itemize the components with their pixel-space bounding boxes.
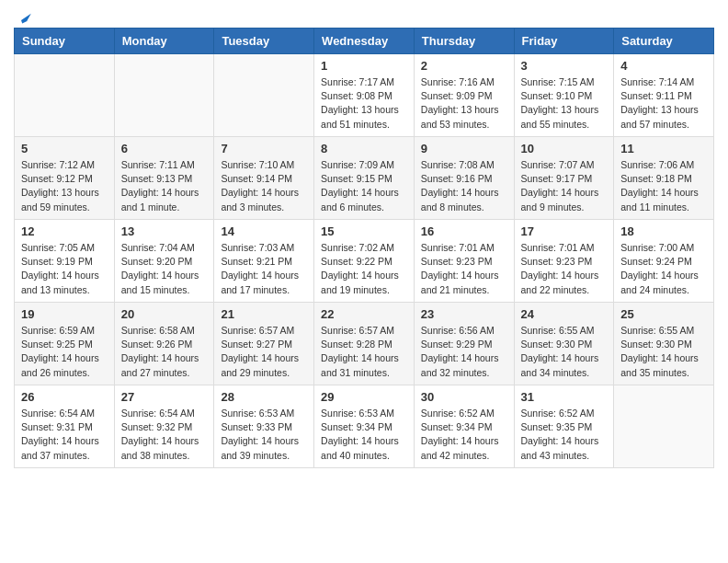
day-number: 4 — [620, 59, 707, 73]
day-number: 25 — [620, 307, 707, 321]
day-number: 19 — [21, 307, 108, 321]
day-info: Sunrise: 7:08 AMSunset: 9:16 PMDaylight:… — [421, 158, 507, 214]
day-info: Sunrise: 7:07 AMSunset: 9:17 PMDaylight:… — [521, 158, 608, 214]
calendar-day-cell: 30Sunrise: 6:52 AMSunset: 9:34 PMDayligh… — [414, 385, 514, 468]
calendar-day-cell: 4Sunrise: 7:14 AMSunset: 9:11 PMDaylight… — [614, 54, 714, 137]
calendar-day-cell: 9Sunrise: 7:08 AMSunset: 9:16 PMDaylight… — [414, 137, 514, 220]
day-number: 2 — [421, 59, 507, 73]
day-info: Sunrise: 7:02 AMSunset: 9:22 PMDaylight:… — [321, 241, 407, 297]
calendar-day-cell: 25Sunrise: 6:55 AMSunset: 9:30 PMDayligh… — [614, 303, 714, 385]
day-number: 15 — [321, 224, 407, 238]
column-header-monday: Monday — [114, 29, 214, 54]
day-info: Sunrise: 7:10 AMSunset: 9:14 PMDaylight:… — [221, 158, 307, 214]
calendar-day-cell: 2Sunrise: 7:16 AMSunset: 9:09 PMDaylight… — [414, 54, 514, 137]
calendar-day-cell — [614, 385, 714, 468]
calendar-day-cell: 23Sunrise: 6:56 AMSunset: 9:29 PMDayligh… — [414, 303, 514, 385]
column-header-sunday: Sunday — [15, 29, 115, 54]
day-number: 24 — [521, 307, 608, 321]
calendar-day-cell: 18Sunrise: 7:00 AMSunset: 9:24 PMDayligh… — [614, 220, 714, 303]
day-number: 21 — [221, 307, 307, 321]
svg-marker-0 — [21, 14, 31, 24]
logo — [14, 9, 32, 22]
day-number: 28 — [221, 390, 307, 404]
calendar-week-row: 1Sunrise: 7:17 AMSunset: 9:08 PMDaylight… — [15, 54, 714, 137]
day-info: Sunrise: 6:52 AMSunset: 9:35 PMDaylight:… — [521, 407, 608, 463]
calendar-day-cell: 31Sunrise: 6:52 AMSunset: 9:35 PMDayligh… — [514, 385, 614, 468]
calendar-day-cell: 19Sunrise: 6:59 AMSunset: 9:25 PMDayligh… — [15, 303, 115, 385]
calendar-day-cell: 10Sunrise: 7:07 AMSunset: 9:17 PMDayligh… — [514, 137, 614, 220]
calendar-header-row: SundayMondayTuesdayWednesdayThursdayFrid… — [15, 29, 714, 54]
calendar-week-row: 19Sunrise: 6:59 AMSunset: 9:25 PMDayligh… — [15, 303, 714, 385]
day-info: Sunrise: 6:57 AMSunset: 9:27 PMDaylight:… — [221, 324, 307, 380]
calendar-day-cell: 22Sunrise: 6:57 AMSunset: 9:28 PMDayligh… — [314, 303, 415, 385]
day-number: 26 — [21, 390, 108, 404]
column-header-saturday: Saturday — [614, 29, 714, 54]
day-info: Sunrise: 7:01 AMSunset: 9:23 PMDaylight:… — [421, 241, 507, 297]
day-number: 16 — [421, 224, 507, 238]
column-header-wednesday: Wednesday — [314, 29, 415, 54]
day-number: 23 — [421, 307, 507, 321]
day-info: Sunrise: 7:05 AMSunset: 9:19 PMDaylight:… — [21, 241, 108, 297]
calendar-day-cell — [214, 54, 314, 137]
logo-bird-icon — [16, 9, 32, 26]
day-info: Sunrise: 6:58 AMSunset: 9:26 PMDaylight:… — [121, 324, 208, 380]
day-info: Sunrise: 7:06 AMSunset: 9:18 PMDaylight:… — [620, 158, 707, 214]
day-number: 9 — [421, 142, 507, 155]
day-number: 1 — [321, 59, 407, 73]
calendar-day-cell: 21Sunrise: 6:57 AMSunset: 9:27 PMDayligh… — [214, 303, 314, 385]
calendar-day-cell: 28Sunrise: 6:53 AMSunset: 9:33 PMDayligh… — [214, 385, 314, 468]
day-info: Sunrise: 6:54 AMSunset: 9:31 PMDaylight:… — [21, 407, 108, 463]
calendar-week-row: 5Sunrise: 7:12 AMSunset: 9:12 PMDaylight… — [15, 137, 714, 220]
calendar-day-cell: 26Sunrise: 6:54 AMSunset: 9:31 PMDayligh… — [15, 385, 115, 468]
calendar-week-row: 12Sunrise: 7:05 AMSunset: 9:19 PMDayligh… — [15, 220, 714, 303]
calendar-day-cell — [114, 54, 214, 137]
calendar-day-cell: 12Sunrise: 7:05 AMSunset: 9:19 PMDayligh… — [15, 220, 115, 303]
calendar-day-cell: 5Sunrise: 7:12 AMSunset: 9:12 PMDaylight… — [15, 137, 115, 220]
day-info: Sunrise: 7:04 AMSunset: 9:20 PMDaylight:… — [121, 241, 208, 297]
column-header-thursday: Thursday — [414, 29, 514, 54]
calendar-day-cell: 27Sunrise: 6:54 AMSunset: 9:32 PMDayligh… — [114, 385, 214, 468]
day-number: 18 — [620, 224, 707, 238]
day-info: Sunrise: 7:01 AMSunset: 9:23 PMDaylight:… — [521, 241, 608, 297]
day-info: Sunrise: 7:15 AMSunset: 9:10 PMDaylight:… — [521, 75, 608, 132]
day-number: 22 — [321, 307, 407, 321]
calendar-day-cell: 17Sunrise: 7:01 AMSunset: 9:23 PMDayligh… — [514, 220, 614, 303]
day-number: 29 — [321, 390, 407, 404]
day-number: 5 — [21, 142, 108, 155]
calendar-day-cell: 20Sunrise: 6:58 AMSunset: 9:26 PMDayligh… — [114, 303, 214, 385]
calendar-day-cell: 14Sunrise: 7:03 AMSunset: 9:21 PMDayligh… — [214, 220, 314, 303]
day-number: 20 — [121, 307, 208, 321]
day-info: Sunrise: 6:55 AMSunset: 9:30 PMDaylight:… — [521, 324, 608, 380]
calendar-day-cell: 24Sunrise: 6:55 AMSunset: 9:30 PMDayligh… — [514, 303, 614, 385]
page-header — [14, 9, 714, 22]
day-number: 3 — [521, 59, 608, 73]
calendar-day-cell: 13Sunrise: 7:04 AMSunset: 9:20 PMDayligh… — [114, 220, 214, 303]
calendar-day-cell: 7Sunrise: 7:10 AMSunset: 9:14 PMDaylight… — [214, 137, 314, 220]
calendar-day-cell: 16Sunrise: 7:01 AMSunset: 9:23 PMDayligh… — [414, 220, 514, 303]
calendar-day-cell: 11Sunrise: 7:06 AMSunset: 9:18 PMDayligh… — [614, 137, 714, 220]
day-info: Sunrise: 7:03 AMSunset: 9:21 PMDaylight:… — [221, 241, 307, 297]
day-number: 10 — [521, 142, 608, 155]
day-info: Sunrise: 6:55 AMSunset: 9:30 PMDaylight:… — [620, 324, 707, 380]
day-number: 7 — [221, 142, 307, 155]
column-header-friday: Friday — [514, 29, 614, 54]
day-number: 12 — [21, 224, 108, 238]
day-info: Sunrise: 6:53 AMSunset: 9:33 PMDaylight:… — [221, 407, 307, 463]
day-info: Sunrise: 6:57 AMSunset: 9:28 PMDaylight:… — [321, 324, 407, 380]
day-number: 30 — [421, 390, 507, 404]
calendar-day-cell: 15Sunrise: 7:02 AMSunset: 9:22 PMDayligh… — [314, 220, 415, 303]
calendar-day-cell: 1Sunrise: 7:17 AMSunset: 9:08 PMDaylight… — [314, 54, 415, 137]
calendar-day-cell: 3Sunrise: 7:15 AMSunset: 9:10 PMDaylight… — [514, 54, 614, 137]
day-number: 13 — [121, 224, 208, 238]
day-info: Sunrise: 7:16 AMSunset: 9:09 PMDaylight:… — [421, 75, 507, 132]
day-info: Sunrise: 6:56 AMSunset: 9:29 PMDaylight:… — [421, 324, 507, 380]
day-info: Sunrise: 6:53 AMSunset: 9:34 PMDaylight:… — [321, 407, 407, 463]
day-number: 31 — [521, 390, 608, 404]
day-number: 6 — [121, 142, 208, 155]
day-info: Sunrise: 6:59 AMSunset: 9:25 PMDaylight:… — [21, 324, 108, 380]
day-info: Sunrise: 7:17 AMSunset: 9:08 PMDaylight:… — [321, 75, 407, 132]
day-number: 17 — [521, 224, 608, 238]
calendar-day-cell: 29Sunrise: 6:53 AMSunset: 9:34 PMDayligh… — [314, 385, 415, 468]
calendar-table: SundayMondayTuesdayWednesdayThursdayFrid… — [14, 28, 714, 468]
day-info: Sunrise: 6:52 AMSunset: 9:34 PMDaylight:… — [421, 407, 507, 463]
